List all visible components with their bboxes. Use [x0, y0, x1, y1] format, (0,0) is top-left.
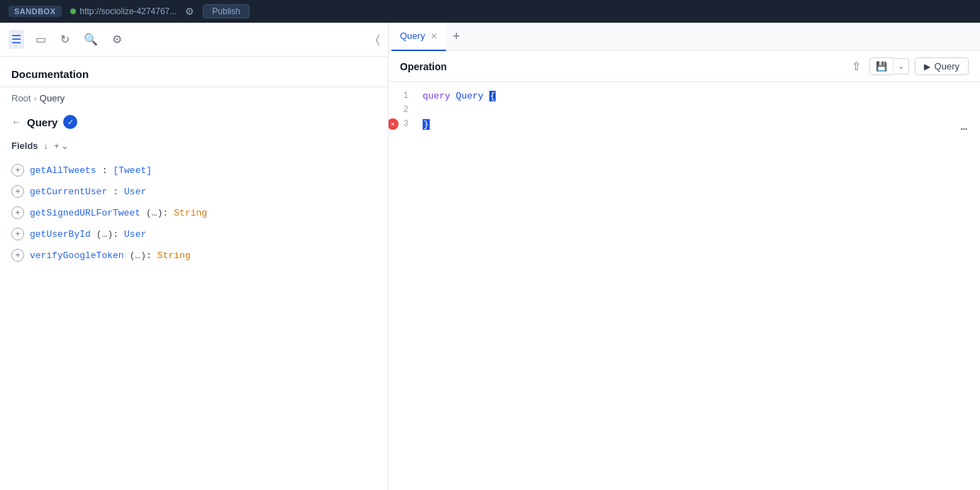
operation-header: Operation ⇧ 💾 ⌄ ▶ Query — [389, 51, 980, 82]
line-number-1: 1 — [389, 91, 417, 101]
field-type: User — [124, 229, 146, 240]
field-name: getUserById — [30, 229, 91, 240]
share-icon[interactable]: ⇧ — [849, 57, 864, 76]
field-colon: (…): — [146, 208, 168, 218]
fields-add-button[interactable]: + ⌄ — [54, 140, 69, 151]
settings-icon[interactable]: ⚙ — [109, 30, 125, 49]
operation-icons: ⇧ 💾 ⌄ ▶ Query — [849, 57, 969, 76]
fields-header: Fields ↓ + ⌄ — [11, 140, 377, 151]
line-number-3: ✕ 3 — [389, 119, 417, 129]
history-icon[interactable]: ↻ — [57, 30, 72, 49]
field-colon: (…): — [96, 229, 118, 240]
breadcrumb-separator: › — [33, 93, 36, 104]
bookmark-icon[interactable]: ▭ — [33, 30, 49, 49]
left-toolbar: ☰ ▭ ↻ 🔍 ⚙ 〈 — [0, 23, 388, 57]
field-colon: : — [102, 165, 108, 176]
query-header: ← Query ✓ — [0, 109, 388, 135]
field-colon: : — [113, 186, 118, 197]
fields-section: Fields ↓ + ⌄ + getAllTweets : [Tweet] + … — [0, 135, 388, 272]
tab-label: Query — [400, 30, 425, 41]
list-item: + verifyGoogleToken (…): String — [11, 245, 377, 266]
collapse-panel-icon[interactable]: 〈 — [376, 33, 379, 46]
field-type: String — [157, 250, 191, 261]
line-content-3: } — [417, 119, 980, 130]
keyword-query: query — [423, 91, 450, 101]
breadcrumb-root[interactable]: Root — [11, 93, 30, 104]
list-item: + getUserById (…): User — [11, 223, 377, 245]
field-colon: (…): — [130, 250, 152, 261]
add-chevron-icon: ⌄ — [61, 140, 69, 151]
list-item: + getAllTweets : [Tweet] — [11, 160, 377, 181]
back-arrow-icon[interactable]: ← — [11, 116, 21, 128]
breadcrumb-current: Query — [40, 93, 65, 104]
field-add-icon[interactable]: + — [11, 249, 24, 262]
documentation-section: Documentation — [0, 57, 388, 87]
breadcrumb: Root › Query — [0, 87, 388, 109]
field-add-icon[interactable]: + — [11, 185, 24, 198]
sandbox-badge: SANDBOX — [9, 6, 62, 17]
tab-add-button[interactable]: + — [446, 27, 466, 47]
query-title: Query — [27, 116, 57, 128]
main-layout: ☰ ▭ ↻ 🔍 ⚙ 〈 Documentation Root › Query ←… — [0, 23, 980, 490]
url-bar: http://sociolize-4274767... — [70, 6, 177, 16]
play-icon: ▶ — [924, 62, 930, 72]
docs-icon[interactable]: ☰ — [9, 30, 24, 49]
field-name: verifyGoogleToken — [30, 250, 124, 261]
code-line-1: 1 query Query { — [389, 91, 980, 105]
add-icon: + — [54, 140, 60, 151]
operation-title: Operation — [400, 61, 849, 72]
topbar: SANDBOX http://sociolize-4274767... ⚙ Pu… — [0, 0, 980, 23]
field-name: getAllTweets — [30, 165, 96, 176]
line-number-2: 2 — [389, 105, 417, 115]
save-button[interactable]: 💾 — [869, 57, 893, 75]
field-type: [Tweet] — [113, 165, 152, 176]
list-item: + getSignedURLForTweet (…): String — [11, 202, 377, 223]
line-content-1: query Query { — [417, 91, 980, 101]
save-dropdown: 💾 ⌄ — [869, 57, 909, 75]
left-panel: ☰ ▭ ↻ 🔍 ⚙ 〈 Documentation Root › Query ←… — [0, 23, 389, 490]
close-brace: } — [423, 119, 430, 130]
run-query-button[interactable]: ▶ Query — [915, 57, 969, 75]
publish-button[interactable]: Publish — [203, 4, 249, 18]
tabs-bar: Query ✕ + — [389, 23, 980, 51]
open-brace: { — [489, 91, 496, 101]
field-add-icon[interactable]: + — [11, 164, 24, 177]
code-line-3: ✕ 3 } — [389, 119, 980, 133]
list-item: + getCurrentUser : User — [11, 181, 377, 202]
field-name: getCurrentUser — [30, 186, 107, 197]
code-editor[interactable]: ⋯ 1 query Query { 2 ✕ 3 } — [389, 82, 980, 490]
fields-sort-icon[interactable]: ↓ — [44, 140, 49, 151]
fields-label: Fields — [11, 140, 38, 151]
field-type: User — [124, 186, 146, 197]
field-add-icon[interactable]: + — [11, 228, 24, 240]
field-name: getSignedURLForTweet — [30, 208, 140, 218]
tab-close-icon[interactable]: ✕ — [430, 31, 438, 41]
tab-query[interactable]: Query ✕ — [391, 23, 446, 51]
keyword-name: Query — [456, 91, 484, 101]
code-line-2: 2 — [389, 105, 980, 119]
save-chevron-icon[interactable]: ⌄ — [893, 58, 909, 74]
error-indicator: ✕ — [389, 118, 399, 130]
url-text: http://sociolize-4274767... — [80, 6, 177, 16]
status-dot — [70, 9, 76, 14]
run-label: Query — [935, 61, 959, 72]
search-icon[interactable]: 🔍 — [81, 30, 101, 49]
documentation-title: Documentation — [11, 68, 89, 80]
field-type: String — [174, 208, 207, 218]
settings-icon[interactable]: ⚙ — [185, 6, 194, 17]
save-icon: 💾 — [876, 61, 887, 72]
right-panel: Query ✕ + Operation ⇧ 💾 ⌄ ▶ Query — [389, 23, 980, 490]
check-icon: ✓ — [63, 115, 77, 129]
more-options-icon[interactable]: ⋯ — [960, 122, 969, 136]
field-add-icon[interactable]: + — [11, 206, 24, 219]
